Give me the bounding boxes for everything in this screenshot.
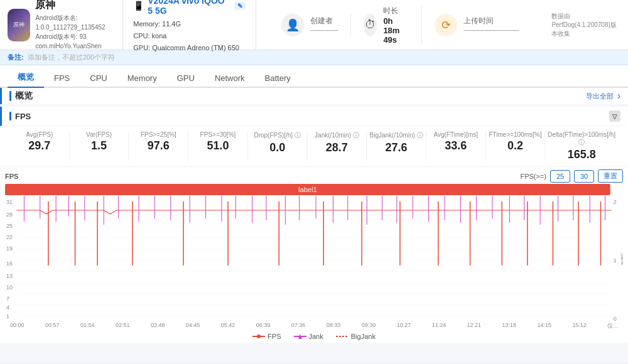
legend-bigjank: BigJank bbox=[336, 333, 376, 340]
duration-value: 0h 18m 49s bbox=[383, 16, 409, 45]
metric-avg-ftime: Avg(FTime)[ms] 33.6 bbox=[426, 131, 486, 161]
notice-text: 添加备注，不超过200个字符 bbox=[28, 53, 115, 62]
fps-header: FPS ▽ bbox=[0, 107, 628, 126]
device-name: 📱 V2024A vivo iQOO 5 5G ✎ bbox=[133, 0, 246, 16]
data-source-text: 数据由PerfDog(4.1.200708)版本收集 bbox=[551, 12, 620, 38]
tab-overview[interactable]: 概览 bbox=[8, 68, 44, 88]
svg-text:25: 25 bbox=[6, 223, 13, 229]
legend-jank-label: Jank bbox=[309, 333, 323, 340]
svg-text:2: 2 bbox=[614, 199, 617, 205]
svg-text:label1: label1 bbox=[298, 186, 317, 193]
stats-block: 👤 创建者 ———— ⏱ 时长 0h 18m 49s ⟳ 上传时间 ——————… bbox=[256, 0, 544, 50]
tab-memory[interactable]: Memory bbox=[117, 70, 167, 88]
header: 原神 原神 Android版本名: 1.0.0_1112729_1135452 … bbox=[0, 0, 628, 50]
fps-chart-svg: label1 31 28 25 22 19 16 13 10 7 4 1 2 1 bbox=[5, 184, 623, 322]
fps-title: FPS bbox=[9, 112, 31, 121]
fps-threshold-30-input[interactable] bbox=[574, 170, 594, 183]
android-version-label: Android版本名: bbox=[35, 14, 77, 21]
fps-ge-label: FPS(>=) bbox=[520, 173, 546, 180]
legend-fps-label: FPS bbox=[268, 333, 281, 340]
svg-text:Jank: Jank bbox=[620, 254, 623, 265]
legend-fps: FPS bbox=[252, 333, 281, 340]
svg-point-83 bbox=[257, 335, 261, 338]
app-name: 原神 bbox=[35, 0, 115, 12]
svg-text:1: 1 bbox=[6, 313, 9, 319]
metric-fps-25: FPS>=25[%] 97.6 bbox=[129, 131, 188, 161]
svg-text:13: 13 bbox=[6, 273, 13, 279]
device-info: 📱 V2024A vivo iQOO 5 5G ✎ Memory: 11.4G … bbox=[123, 0, 256, 50]
upload-value: ———————— bbox=[463, 26, 519, 34]
svg-text:10: 10 bbox=[6, 284, 13, 291]
chart-controls: FPS FPS(>=) 重置 bbox=[5, 169, 623, 183]
fps-collapse-button[interactable]: ▽ bbox=[609, 110, 620, 122]
creator-value: ———— bbox=[310, 26, 338, 34]
duration-info: 时长 0h 18m 49s bbox=[383, 6, 409, 45]
android-version: 1.0.0_1112729_1135452 bbox=[35, 24, 105, 31]
tab-battery[interactable]: Battery bbox=[255, 70, 301, 88]
app-info: 原神 原神 Android版本名: 1.0.0_1112729_1135452 … bbox=[0, 0, 123, 50]
fps-threshold-controls: FPS(>=) 重置 bbox=[520, 169, 623, 183]
metric-var-fps: Var(FPS) 1.5 bbox=[70, 131, 129, 161]
duration-icon: ⏱ bbox=[364, 14, 377, 36]
metric-jank: Jank(/10min) ⓘ 28.7 bbox=[308, 131, 367, 161]
duration-stat: ⏱ 时长 0h 18m 49s bbox=[351, 6, 422, 45]
svg-text:16: 16 bbox=[6, 260, 13, 267]
upload-info: 上传时间 ———————— bbox=[463, 16, 519, 34]
android-number-label: Android版本号: bbox=[35, 33, 77, 40]
tab-fps[interactable]: FPS bbox=[44, 70, 80, 88]
time-axis: 00:00 00:57 01:54 02:51 03:48 04:45 05:4… bbox=[5, 322, 623, 330]
chart-legend: FPS Jank BigJank bbox=[5, 330, 623, 343]
metric-fps-30: FPS>=30[%] 51.0 bbox=[188, 131, 248, 161]
creator-label: 创建者 bbox=[310, 16, 338, 26]
notice-bar: 备注: 添加备注，不超过200个字符 bbox=[0, 50, 628, 65]
metric-drop-fps: Drop(FPS)[/h] ⓘ 0.0 bbox=[248, 131, 308, 161]
legend-bigjank-label: BigJank bbox=[351, 333, 376, 340]
upload-label: 上传时间 bbox=[463, 16, 519, 26]
overview-section: 概览 导出全部 › bbox=[0, 88, 628, 104]
expand-icon[interactable]: › bbox=[617, 90, 620, 102]
metric-delta-ftime: Delta(FTime)>100ms[/h] ⓘ 165.8 bbox=[545, 131, 618, 161]
header-data-source: 数据由PerfDog(4.1.200708)版本收集 bbox=[544, 0, 628, 50]
duration-label: 时长 bbox=[383, 6, 409, 16]
overview-title: 概览 bbox=[15, 90, 33, 102]
tab-bar: 概览 FPS CPU Memory GPU Network Battery bbox=[0, 65, 628, 88]
notice-label: 备注: bbox=[8, 53, 24, 62]
device-specs: Memory: 11.4G CPU: kona GPU: Qualcomm Ad… bbox=[133, 18, 246, 53]
package-name: com.miHoYo.YuanShen bbox=[35, 43, 101, 50]
fps-chart: label1 31 28 25 22 19 16 13 10 7 4 1 2 1 bbox=[5, 184, 623, 322]
creator-stat: 👤 创建者 ———— bbox=[269, 14, 351, 36]
main-content: 概览 导出全部 › FPS ▽ Avg(FPS) 29.7 Var(FPS) 1… bbox=[0, 88, 628, 363]
metric-ftime-100: FTime>=100ms[%] 0.2 bbox=[486, 131, 546, 161]
tab-gpu[interactable]: GPU bbox=[167, 70, 205, 88]
chart-label: FPS bbox=[5, 173, 18, 180]
fps-metrics-row: Avg(FPS) 29.7 Var(FPS) 1.5 FPS>=25[%] 97… bbox=[0, 126, 628, 167]
tab-network[interactable]: Network bbox=[205, 70, 255, 88]
svg-text:22: 22 bbox=[6, 234, 13, 240]
svg-text:0: 0 bbox=[614, 316, 617, 322]
tab-cpu[interactable]: CPU bbox=[80, 70, 117, 88]
metric-avg-fps: Avg(FPS) 29.7 bbox=[10, 131, 70, 161]
upload-icon: ⟳ bbox=[435, 14, 457, 36]
app-name-block: 原神 Android版本名: 1.0.0_1112729_1135452 And… bbox=[35, 0, 115, 51]
svg-text:4: 4 bbox=[6, 304, 9, 311]
svg-text:19: 19 bbox=[6, 245, 13, 252]
svg-text:31: 31 bbox=[6, 199, 13, 205]
fps-section: FPS ▽ Avg(FPS) 29.7 Var(FPS) 1.5 FPS>=25… bbox=[0, 107, 628, 343]
svg-text:28: 28 bbox=[6, 211, 13, 218]
creator-icon: 👤 bbox=[281, 14, 304, 36]
device-badge: ✎ bbox=[234, 2, 246, 10]
app-detail: Android版本名: 1.0.0_1112729_1135452 Androi… bbox=[35, 13, 115, 51]
app-icon: 原神 bbox=[8, 9, 30, 41]
export-button[interactable]: 导出全部 bbox=[586, 92, 614, 101]
upload-stat: ⟳ 上传时间 ———————— bbox=[422, 14, 531, 36]
svg-text:1: 1 bbox=[614, 257, 617, 264]
reset-button[interactable]: 重置 bbox=[598, 169, 623, 183]
legend-jank: Jank bbox=[294, 333, 323, 340]
metric-bigjank: BigJank(/10min) ⓘ 27.6 bbox=[367, 131, 426, 161]
creator-info: 创建者 ———— bbox=[310, 16, 338, 34]
fps-threshold-25-input[interactable] bbox=[550, 170, 570, 183]
svg-text:7: 7 bbox=[6, 296, 9, 302]
fps-chart-area: FPS FPS(>=) 重置 label1 31 28 25 2 bbox=[0, 167, 628, 343]
android-number: 93 bbox=[79, 33, 86, 40]
